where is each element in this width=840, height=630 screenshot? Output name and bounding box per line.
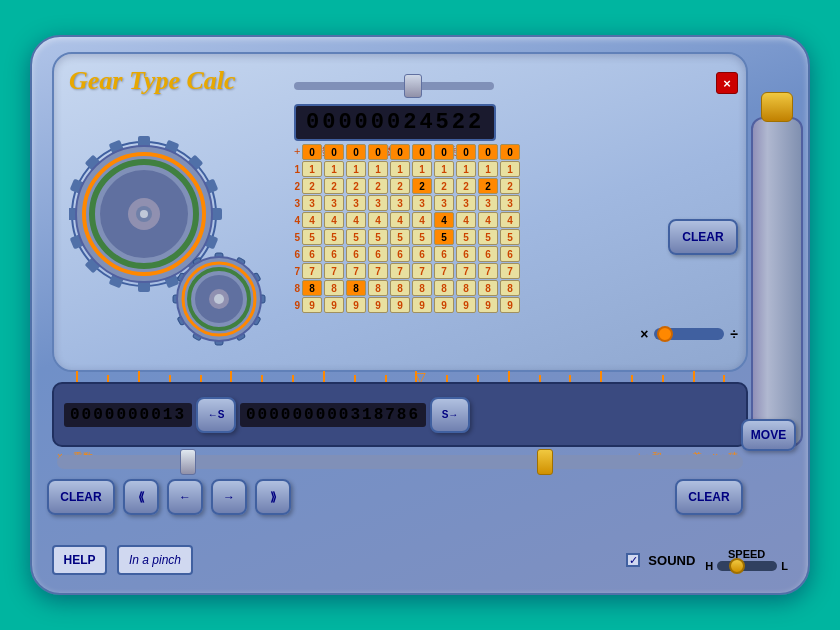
shift-left-button[interactable]: ←S <box>196 397 236 433</box>
grid-cell[interactable]: 2 <box>346 178 366 194</box>
grid-cell[interactable]: 0 <box>434 144 454 160</box>
grid-cell[interactable]: 0 <box>324 144 344 160</box>
grid-cell[interactable]: 4 <box>412 212 432 228</box>
clear-button-left[interactable]: CLEAR <box>47 479 115 515</box>
grid-cell[interactable]: 0 <box>500 144 520 160</box>
speed-slider[interactable] <box>717 561 777 571</box>
grid-cell[interactable]: 6 <box>302 246 322 262</box>
grid-cell[interactable]: 0 <box>368 144 388 160</box>
grid-cell[interactable]: 3 <box>478 195 498 211</box>
grid-cell[interactable]: 2 <box>302 178 322 194</box>
grid-cell[interactable]: 5 <box>412 229 432 245</box>
grid-cell[interactable]: 7 <box>324 263 344 279</box>
grid-cell[interactable]: 3 <box>500 195 520 211</box>
grid-cell[interactable]: 6 <box>346 246 366 262</box>
help-button[interactable]: HELP <box>52 545 107 575</box>
grid-cell[interactable]: 6 <box>324 246 344 262</box>
double-right-button[interactable]: ⟫ <box>255 479 291 515</box>
grid-cell[interactable]: 9 <box>368 297 388 313</box>
grid-cell[interactable]: 0 <box>390 144 410 160</box>
speed-thumb[interactable] <box>729 558 745 574</box>
grid-cell[interactable]: 5 <box>368 229 388 245</box>
grid-cell[interactable]: 7 <box>302 263 322 279</box>
grid-cell[interactable]: 5 <box>500 229 520 245</box>
grid-cell[interactable]: 9 <box>478 297 498 313</box>
grid-cell[interactable]: 9 <box>434 297 454 313</box>
double-left-button[interactable]: ⟪ <box>123 479 159 515</box>
grid-cell[interactable]: 8 <box>434 280 454 296</box>
grid-cell[interactable]: 7 <box>500 263 520 279</box>
grid-cell[interactable]: 5 <box>434 229 454 245</box>
grid-cell[interactable]: 9 <box>302 297 322 313</box>
grid-cell[interactable]: 9 <box>390 297 410 313</box>
left-button[interactable]: ← <box>167 479 203 515</box>
grid-cell[interactable]: 3 <box>368 195 388 211</box>
grid-cell[interactable]: 4 <box>500 212 520 228</box>
clear-button-top[interactable]: CLEAR <box>668 219 738 255</box>
right-knob-top[interactable] <box>761 92 793 122</box>
grid-cell[interactable]: 4 <box>324 212 344 228</box>
grid-cell[interactable]: 7 <box>478 263 498 279</box>
clear-button-right[interactable]: CLEAR <box>675 479 743 515</box>
sound-checkbox[interactable]: ✓ <box>626 553 640 567</box>
grid-cell[interactable]: 8 <box>478 280 498 296</box>
grid-cell[interactable]: 0 <box>456 144 476 160</box>
grid-cell[interactable]: 1 <box>324 161 344 177</box>
grid-cell[interactable]: 3 <box>346 195 366 211</box>
grid-cell[interactable]: 7 <box>390 263 410 279</box>
grid-cell[interactable]: 3 <box>302 195 322 211</box>
grid-cell[interactable]: 5 <box>302 229 322 245</box>
grid-cell[interactable]: 8 <box>346 280 366 296</box>
shift-right-button[interactable]: S→ <box>430 397 470 433</box>
grid-cell[interactable]: 0 <box>412 144 432 160</box>
grid-cell[interactable]: 9 <box>324 297 344 313</box>
right-button[interactable]: → <box>211 479 247 515</box>
grid-cell[interactable]: 3 <box>412 195 432 211</box>
grid-cell[interactable]: 6 <box>368 246 388 262</box>
grid-cell[interactable]: 6 <box>412 246 432 262</box>
grid-cell[interactable]: 5 <box>390 229 410 245</box>
top-slider-thumb[interactable] <box>404 74 422 98</box>
in-a-pinch-button[interactable]: In a pinch <box>117 545 193 575</box>
grid-cell[interactable]: 0 <box>346 144 366 160</box>
grid-cell[interactable]: 5 <box>456 229 476 245</box>
grid-cell[interactable]: 2 <box>390 178 410 194</box>
grid-cell[interactable]: 6 <box>456 246 476 262</box>
grid-cell[interactable]: 2 <box>478 178 498 194</box>
top-slider-track[interactable] <box>294 82 494 90</box>
mult-slider-thumb[interactable] <box>657 326 673 342</box>
grid-cell[interactable]: 7 <box>346 263 366 279</box>
grid-cell[interactable]: 4 <box>456 212 476 228</box>
grid-cell[interactable]: 4 <box>368 212 388 228</box>
grid-cell[interactable]: 3 <box>456 195 476 211</box>
grid-cell[interactable]: 8 <box>302 280 322 296</box>
grid-cell[interactable]: 6 <box>500 246 520 262</box>
grid-cell[interactable]: 5 <box>346 229 366 245</box>
move-button[interactable]: MOVE <box>741 419 796 451</box>
mult-slider[interactable] <box>654 328 724 340</box>
grid-cell[interactable]: 8 <box>324 280 344 296</box>
grid-cell[interactable]: 0 <box>302 144 322 160</box>
grid-cell[interactable]: 1 <box>456 161 476 177</box>
grid-cell[interactable]: 9 <box>500 297 520 313</box>
grid-cell[interactable]: 6 <box>390 246 410 262</box>
grid-cell[interactable]: 9 <box>456 297 476 313</box>
grid-cell[interactable]: 7 <box>456 263 476 279</box>
grid-cell[interactable]: 4 <box>434 212 454 228</box>
bottom-slider-thumb-left[interactable] <box>180 449 196 475</box>
grid-cell[interactable]: 1 <box>302 161 322 177</box>
grid-cell[interactable]: 2 <box>456 178 476 194</box>
grid-cell[interactable]: 1 <box>478 161 498 177</box>
grid-cell[interactable]: 6 <box>478 246 498 262</box>
grid-cell[interactable]: 1 <box>412 161 432 177</box>
grid-cell[interactable]: 1 <box>390 161 410 177</box>
grid-cell[interactable]: 4 <box>346 212 366 228</box>
grid-cell[interactable]: 7 <box>434 263 454 279</box>
bottom-slider-track[interactable] <box>57 455 743 469</box>
grid-cell[interactable]: 3 <box>324 195 344 211</box>
bottom-slider-thumb-right[interactable] <box>537 449 553 475</box>
grid-cell[interactable]: 4 <box>478 212 498 228</box>
grid-cell[interactable]: 9 <box>346 297 366 313</box>
grid-cell[interactable]: 6 <box>434 246 454 262</box>
grid-cell[interactable]: 1 <box>368 161 388 177</box>
